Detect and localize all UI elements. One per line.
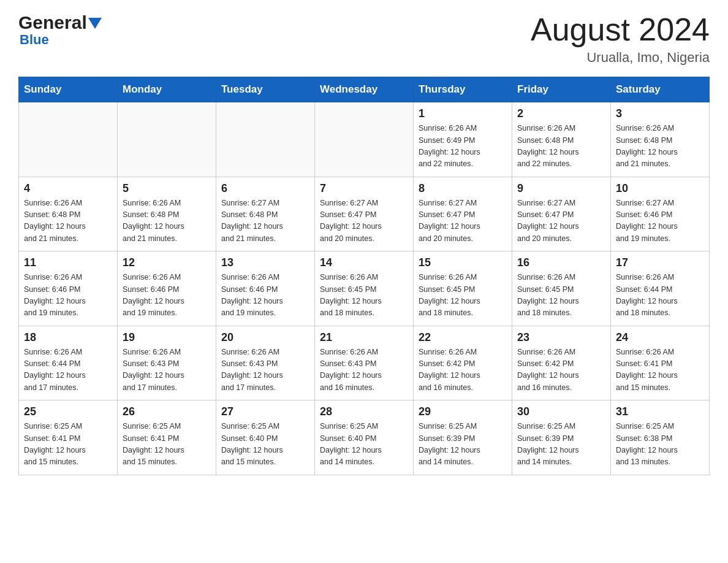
calendar-cell: 26Sunrise: 6:25 AMSunset: 6:41 PMDayligh… xyxy=(118,400,216,475)
calendar-header-row: SundayMondayTuesdayWednesdayThursdayFrid… xyxy=(19,77,710,102)
day-number: 21 xyxy=(320,331,408,344)
day-number: 16 xyxy=(517,256,605,269)
day-info: Sunrise: 6:26 AMSunset: 6:45 PMDaylight:… xyxy=(419,272,507,320)
day-number: 14 xyxy=(320,256,408,269)
day-of-week-header: Saturday xyxy=(611,77,710,102)
day-number: 18 xyxy=(24,331,112,344)
calendar-cell: 19Sunrise: 6:26 AMSunset: 6:43 PMDayligh… xyxy=(118,326,216,400)
day-number: 5 xyxy=(123,182,211,195)
calendar-cell: 30Sunrise: 6:25 AMSunset: 6:39 PMDayligh… xyxy=(512,400,611,475)
calendar-cell: 3Sunrise: 6:26 AMSunset: 6:48 PMDaylight… xyxy=(611,102,710,177)
calendar-cell: 31Sunrise: 6:25 AMSunset: 6:38 PMDayligh… xyxy=(611,400,710,475)
calendar-week-row: 25Sunrise: 6:25 AMSunset: 6:41 PMDayligh… xyxy=(19,400,710,475)
calendar-cell: 18Sunrise: 6:26 AMSunset: 6:44 PMDayligh… xyxy=(19,326,118,400)
day-number: 23 xyxy=(517,331,605,344)
day-info: Sunrise: 6:26 AMSunset: 6:42 PMDaylight:… xyxy=(517,347,605,394)
calendar-cell xyxy=(19,102,118,177)
day-info: Sunrise: 6:25 AMSunset: 6:38 PMDaylight:… xyxy=(616,421,704,469)
day-of-week-header: Thursday xyxy=(414,77,512,102)
day-number: 9 xyxy=(517,182,605,195)
day-info: Sunrise: 6:25 AMSunset: 6:41 PMDaylight:… xyxy=(24,421,112,469)
day-info: Sunrise: 6:26 AMSunset: 6:43 PMDaylight:… xyxy=(221,347,309,394)
calendar-cell xyxy=(118,102,216,177)
day-number: 25 xyxy=(24,405,112,418)
calendar-cell xyxy=(315,102,414,177)
calendar-title: August 2024 xyxy=(531,12,710,47)
calendar-cell: 16Sunrise: 6:26 AMSunset: 6:45 PMDayligh… xyxy=(512,251,611,326)
day-info: Sunrise: 6:26 AMSunset: 6:43 PMDaylight:… xyxy=(320,347,408,394)
day-number: 4 xyxy=(24,182,112,195)
svg-marker-0 xyxy=(88,18,102,29)
logo: General Blue xyxy=(18,12,102,48)
day-number: 12 xyxy=(123,256,211,269)
logo-general-text: General xyxy=(18,12,87,33)
day-info: Sunrise: 6:26 AMSunset: 6:46 PMDaylight:… xyxy=(24,272,112,320)
day-info: Sunrise: 6:26 AMSunset: 6:48 PMDaylight:… xyxy=(517,123,605,170)
day-number: 24 xyxy=(616,331,704,344)
calendar-cell: 9Sunrise: 6:27 AMSunset: 6:47 PMDaylight… xyxy=(512,177,611,251)
calendar-cell: 24Sunrise: 6:26 AMSunset: 6:41 PMDayligh… xyxy=(611,326,710,400)
day-of-week-header: Sunday xyxy=(19,77,118,102)
calendar-cell: 8Sunrise: 6:27 AMSunset: 6:47 PMDaylight… xyxy=(414,177,512,251)
day-number: 3 xyxy=(616,107,704,120)
title-block: August 2024 Urualla, Imo, Nigeria xyxy=(531,12,710,66)
day-info: Sunrise: 6:27 AMSunset: 6:47 PMDaylight:… xyxy=(517,197,605,245)
day-info: Sunrise: 6:25 AMSunset: 6:40 PMDaylight:… xyxy=(221,421,309,469)
day-info: Sunrise: 6:26 AMSunset: 6:43 PMDaylight:… xyxy=(123,347,211,394)
calendar-cell: 7Sunrise: 6:27 AMSunset: 6:47 PMDaylight… xyxy=(315,177,414,251)
day-of-week-header: Wednesday xyxy=(315,77,414,102)
day-info: Sunrise: 6:26 AMSunset: 6:48 PMDaylight:… xyxy=(24,197,112,245)
calendar-cell: 22Sunrise: 6:26 AMSunset: 6:42 PMDayligh… xyxy=(414,326,512,400)
page-header: General Blue August 2024 Urualla, Imo, N… xyxy=(18,12,710,66)
logo-arrow-icon xyxy=(88,18,102,29)
day-number: 15 xyxy=(419,256,507,269)
day-of-week-header: Friday xyxy=(512,77,611,102)
day-info: Sunrise: 6:25 AMSunset: 6:41 PMDaylight:… xyxy=(123,421,211,469)
day-number: 17 xyxy=(616,256,704,269)
calendar-cell xyxy=(216,102,315,177)
day-info: Sunrise: 6:27 AMSunset: 6:47 PMDaylight:… xyxy=(320,197,408,245)
calendar-cell: 15Sunrise: 6:26 AMSunset: 6:45 PMDayligh… xyxy=(414,251,512,326)
day-number: 6 xyxy=(221,182,309,195)
calendar-cell: 10Sunrise: 6:27 AMSunset: 6:46 PMDayligh… xyxy=(611,177,710,251)
calendar-cell: 23Sunrise: 6:26 AMSunset: 6:42 PMDayligh… xyxy=(512,326,611,400)
day-number: 19 xyxy=(123,331,211,344)
calendar-cell: 27Sunrise: 6:25 AMSunset: 6:40 PMDayligh… xyxy=(216,400,315,475)
day-number: 2 xyxy=(517,107,605,120)
calendar-cell: 14Sunrise: 6:26 AMSunset: 6:45 PMDayligh… xyxy=(315,251,414,326)
calendar-cell: 12Sunrise: 6:26 AMSunset: 6:46 PMDayligh… xyxy=(118,251,216,326)
day-number: 13 xyxy=(221,256,309,269)
calendar-cell: 13Sunrise: 6:26 AMSunset: 6:46 PMDayligh… xyxy=(216,251,315,326)
calendar-cell: 25Sunrise: 6:25 AMSunset: 6:41 PMDayligh… xyxy=(19,400,118,475)
calendar-week-row: 4Sunrise: 6:26 AMSunset: 6:48 PMDaylight… xyxy=(19,177,710,251)
day-info: Sunrise: 6:27 AMSunset: 6:48 PMDaylight:… xyxy=(221,197,309,245)
day-number: 30 xyxy=(517,405,605,418)
day-number: 11 xyxy=(24,256,112,269)
day-number: 7 xyxy=(320,182,408,195)
day-info: Sunrise: 6:26 AMSunset: 6:42 PMDaylight:… xyxy=(419,347,507,394)
calendar-cell: 2Sunrise: 6:26 AMSunset: 6:48 PMDaylight… xyxy=(512,102,611,177)
day-info: Sunrise: 6:27 AMSunset: 6:46 PMDaylight:… xyxy=(616,197,704,245)
day-info: Sunrise: 6:26 AMSunset: 6:45 PMDaylight:… xyxy=(517,272,605,320)
calendar-cell: 28Sunrise: 6:25 AMSunset: 6:40 PMDayligh… xyxy=(315,400,414,475)
calendar-cell: 21Sunrise: 6:26 AMSunset: 6:43 PMDayligh… xyxy=(315,326,414,400)
calendar-week-row: 18Sunrise: 6:26 AMSunset: 6:44 PMDayligh… xyxy=(19,326,710,400)
calendar-cell: 20Sunrise: 6:26 AMSunset: 6:43 PMDayligh… xyxy=(216,326,315,400)
calendar-cell: 11Sunrise: 6:26 AMSunset: 6:46 PMDayligh… xyxy=(19,251,118,326)
calendar-subtitle: Urualla, Imo, Nigeria xyxy=(531,50,710,66)
logo-blue-text: Blue xyxy=(20,32,49,48)
day-info: Sunrise: 6:26 AMSunset: 6:44 PMDaylight:… xyxy=(616,272,704,320)
day-info: Sunrise: 6:26 AMSunset: 6:45 PMDaylight:… xyxy=(320,272,408,320)
day-number: 27 xyxy=(221,405,309,418)
calendar-cell: 5Sunrise: 6:26 AMSunset: 6:48 PMDaylight… xyxy=(118,177,216,251)
calendar-cell: 1Sunrise: 6:26 AMSunset: 6:49 PMDaylight… xyxy=(414,102,512,177)
day-number: 1 xyxy=(419,107,507,120)
day-number: 20 xyxy=(221,331,309,344)
day-number: 29 xyxy=(419,405,507,418)
day-info: Sunrise: 6:25 AMSunset: 6:40 PMDaylight:… xyxy=(320,421,408,469)
day-info: Sunrise: 6:26 AMSunset: 6:49 PMDaylight:… xyxy=(419,123,507,170)
day-info: Sunrise: 6:26 AMSunset: 6:41 PMDaylight:… xyxy=(616,347,704,394)
day-number: 22 xyxy=(419,331,507,344)
calendar-cell: 6Sunrise: 6:27 AMSunset: 6:48 PMDaylight… xyxy=(216,177,315,251)
calendar-table: SundayMondayTuesdayWednesdayThursdayFrid… xyxy=(18,77,710,475)
